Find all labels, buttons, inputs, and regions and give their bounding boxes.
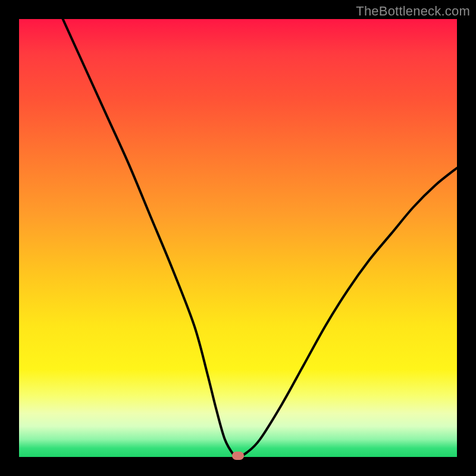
watermark-text: TheBottleneck.com	[356, 4, 470, 19]
optimum-marker	[232, 452, 244, 460]
plot-area	[19, 19, 457, 457]
chart-frame: TheBottleneck.com	[0, 0, 476, 476]
bottleneck-curve	[19, 19, 457, 457]
